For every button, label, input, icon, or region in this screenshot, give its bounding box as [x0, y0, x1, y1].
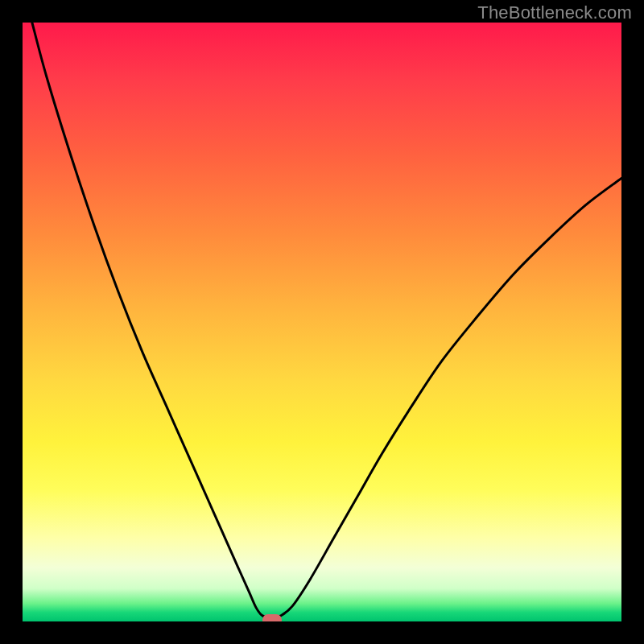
optimal-point-marker: [262, 614, 282, 621]
watermark-text: TheBottleneck.com: [477, 2, 632, 23]
chart-frame: TheBottleneck.com: [0, 0, 644, 644]
bottleneck-curve: [23, 23, 621, 621]
plot-area: [23, 23, 621, 621]
